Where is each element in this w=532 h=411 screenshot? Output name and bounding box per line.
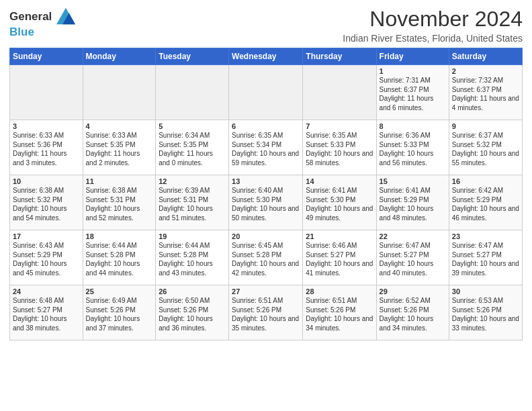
day-info: Sunrise: 6:44 AM Sunset: 5:28 PM Dayligh… — [159, 241, 226, 277]
day-number: 28 — [306, 287, 373, 295]
calendar-cell: 2Sunrise: 7:32 AM Sunset: 6:37 PM Daylig… — [449, 65, 522, 120]
day-number: 11 — [86, 177, 153, 185]
header-monday: Monday — [83, 48, 156, 65]
day-info: Sunrise: 6:51 AM Sunset: 5:26 PM Dayligh… — [232, 296, 300, 332]
calendar-cell: 22Sunrise: 6:47 AM Sunset: 5:27 PM Dayli… — [376, 230, 449, 285]
day-info: Sunrise: 6:35 AM Sunset: 5:33 PM Dayligh… — [306, 131, 373, 167]
calendar-week-2: 3Sunrise: 6:33 AM Sunset: 5:36 PM Daylig… — [10, 120, 523, 175]
header-wednesday: Wednesday — [229, 48, 303, 65]
calendar-cell: 24Sunrise: 6:48 AM Sunset: 5:27 PM Dayli… — [10, 285, 83, 340]
calendar-cell: 15Sunrise: 6:41 AM Sunset: 5:29 PM Dayli… — [376, 175, 449, 230]
header-friday: Friday — [376, 48, 449, 65]
day-info: Sunrise: 7:32 AM Sunset: 6:37 PM Dayligh… — [452, 76, 519, 112]
calendar-cell: 9Sunrise: 6:37 AM Sunset: 5:32 PM Daylig… — [449, 120, 522, 175]
day-info: Sunrise: 6:36 AM Sunset: 5:33 PM Dayligh… — [380, 131, 446, 167]
calendar-cell: 5Sunrise: 6:34 AM Sunset: 5:35 PM Daylig… — [156, 120, 229, 175]
day-info: Sunrise: 6:45 AM Sunset: 5:28 PM Dayligh… — [232, 241, 300, 277]
month-title: November 2024 — [343, 7, 523, 32]
day-number: 16 — [452, 177, 519, 185]
title-block: November 2024 Indian River Estates, Flor… — [343, 7, 523, 44]
header-tuesday: Tuesday — [156, 48, 229, 65]
calendar-cell: 30Sunrise: 6:53 AM Sunset: 5:26 PM Dayli… — [449, 285, 522, 340]
calendar-cell: 1Sunrise: 7:31 AM Sunset: 6:37 PM Daylig… — [376, 65, 449, 120]
calendar-cell — [156, 65, 229, 120]
day-number: 5 — [159, 122, 226, 130]
day-number: 1 — [380, 67, 446, 75]
day-info: Sunrise: 6:43 AM Sunset: 5:29 PM Dayligh… — [13, 241, 80, 277]
header-thursday: Thursday — [303, 48, 376, 65]
logo-general: General — [9, 10, 52, 23]
day-info: Sunrise: 6:35 AM Sunset: 5:34 PM Dayligh… — [232, 131, 300, 167]
calendar-cell: 25Sunrise: 6:49 AM Sunset: 5:26 PM Dayli… — [83, 285, 156, 340]
calendar-cell: 13Sunrise: 6:40 AM Sunset: 5:30 PM Dayli… — [229, 175, 303, 230]
calendar-cell: 3Sunrise: 6:33 AM Sunset: 5:36 PM Daylig… — [10, 120, 83, 175]
day-number: 22 — [380, 232, 446, 240]
day-number: 29 — [380, 287, 446, 295]
day-info: Sunrise: 6:34 AM Sunset: 5:35 PM Dayligh… — [159, 131, 226, 167]
calendar-week-4: 17Sunrise: 6:43 AM Sunset: 5:29 PM Dayli… — [10, 230, 523, 285]
subtitle: Indian River Estates, Florida, United St… — [343, 33, 523, 44]
day-number: 3 — [13, 122, 80, 130]
calendar-cell: 20Sunrise: 6:45 AM Sunset: 5:28 PM Dayli… — [229, 230, 303, 285]
header: General Blue November 2024 Indian River … — [9, 7, 523, 44]
day-info: Sunrise: 6:38 AM Sunset: 5:31 PM Dayligh… — [86, 186, 153, 222]
day-number: 18 — [86, 232, 153, 240]
calendar-cell — [10, 65, 83, 120]
calendar-cell: 12Sunrise: 6:39 AM Sunset: 5:31 PM Dayli… — [156, 175, 229, 230]
day-number: 17 — [13, 232, 80, 240]
day-number: 14 — [306, 177, 373, 185]
day-number: 7 — [306, 122, 373, 130]
day-number: 24 — [13, 287, 80, 295]
day-info: Sunrise: 6:50 AM Sunset: 5:26 PM Dayligh… — [159, 296, 226, 332]
day-number: 13 — [232, 177, 300, 185]
day-number: 19 — [159, 232, 226, 240]
logo-icon — [56, 7, 75, 26]
day-number: 23 — [452, 232, 519, 240]
calendar-cell: 10Sunrise: 6:38 AM Sunset: 5:32 PM Dayli… — [10, 175, 83, 230]
day-number: 10 — [13, 177, 80, 185]
day-number: 21 — [306, 232, 373, 240]
header-saturday: Saturday — [449, 48, 522, 65]
calendar-cell: 8Sunrise: 6:36 AM Sunset: 5:33 PM Daylig… — [376, 120, 449, 175]
calendar-cell: 4Sunrise: 6:33 AM Sunset: 5:35 PM Daylig… — [83, 120, 156, 175]
calendar-header-row: Sunday Monday Tuesday Wednesday Thursday… — [10, 48, 523, 65]
day-info: Sunrise: 6:42 AM Sunset: 5:29 PM Dayligh… — [452, 186, 519, 222]
day-number: 15 — [380, 177, 446, 185]
day-number: 8 — [380, 122, 446, 130]
calendar-cell: 16Sunrise: 6:42 AM Sunset: 5:29 PM Dayli… — [449, 175, 522, 230]
calendar-cell: 14Sunrise: 6:41 AM Sunset: 5:30 PM Dayli… — [303, 175, 376, 230]
day-number: 27 — [232, 287, 300, 295]
calendar-cell: 29Sunrise: 6:52 AM Sunset: 5:26 PM Dayli… — [376, 285, 449, 340]
day-info: Sunrise: 6:53 AM Sunset: 5:26 PM Dayligh… — [452, 296, 519, 332]
day-info: Sunrise: 6:44 AM Sunset: 5:28 PM Dayligh… — [86, 241, 153, 277]
calendar-cell: 23Sunrise: 6:47 AM Sunset: 5:27 PM Dayli… — [449, 230, 522, 285]
day-info: Sunrise: 7:31 AM Sunset: 6:37 PM Dayligh… — [380, 76, 446, 112]
day-info: Sunrise: 6:41 AM Sunset: 5:29 PM Dayligh… — [380, 186, 446, 222]
calendar-table: Sunday Monday Tuesday Wednesday Thursday… — [9, 48, 523, 340]
day-number: 6 — [232, 122, 300, 130]
calendar-cell: 11Sunrise: 6:38 AM Sunset: 5:31 PM Dayli… — [83, 175, 156, 230]
logo-blue: Blue — [9, 26, 75, 39]
day-info: Sunrise: 6:33 AM Sunset: 5:35 PM Dayligh… — [86, 131, 153, 167]
day-info: Sunrise: 6:48 AM Sunset: 5:27 PM Dayligh… — [13, 296, 80, 332]
day-info: Sunrise: 6:46 AM Sunset: 5:27 PM Dayligh… — [306, 241, 373, 277]
day-number: 2 — [452, 67, 519, 75]
day-info: Sunrise: 6:37 AM Sunset: 5:32 PM Dayligh… — [452, 131, 519, 167]
calendar-week-5: 24Sunrise: 6:48 AM Sunset: 5:27 PM Dayli… — [10, 285, 523, 340]
day-info: Sunrise: 6:39 AM Sunset: 5:31 PM Dayligh… — [159, 186, 226, 222]
day-info: Sunrise: 6:47 AM Sunset: 5:27 PM Dayligh… — [452, 241, 519, 277]
day-number: 20 — [232, 232, 300, 240]
day-info: Sunrise: 6:47 AM Sunset: 5:27 PM Dayligh… — [380, 241, 446, 277]
calendar-cell: 18Sunrise: 6:44 AM Sunset: 5:28 PM Dayli… — [83, 230, 156, 285]
calendar-cell: 19Sunrise: 6:44 AM Sunset: 5:28 PM Dayli… — [156, 230, 229, 285]
day-number: 9 — [452, 122, 519, 130]
calendar-week-1: 1Sunrise: 7:31 AM Sunset: 6:37 PM Daylig… — [10, 65, 523, 120]
day-number: 12 — [159, 177, 226, 185]
calendar-cell: 28Sunrise: 6:51 AM Sunset: 5:26 PM Dayli… — [303, 285, 376, 340]
day-info: Sunrise: 6:49 AM Sunset: 5:26 PM Dayligh… — [86, 296, 153, 332]
calendar-cell — [229, 65, 303, 120]
logo: General Blue — [9, 9, 75, 39]
day-number: 25 — [86, 287, 153, 295]
calendar-cell — [303, 65, 376, 120]
day-number: 26 — [159, 287, 226, 295]
